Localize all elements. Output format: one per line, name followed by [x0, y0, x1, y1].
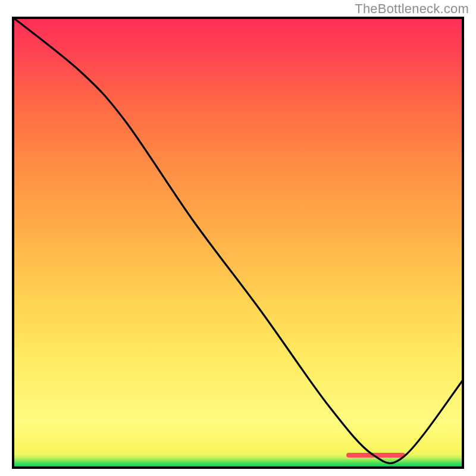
bottleneck-curve [12, 17, 464, 469]
attribution-label: TheBottleneck.com [355, 1, 469, 17]
curve-path [12, 17, 464, 464]
chart-container: TheBottleneck.com [0, 0, 476, 476]
plot-area [12, 17, 464, 469]
